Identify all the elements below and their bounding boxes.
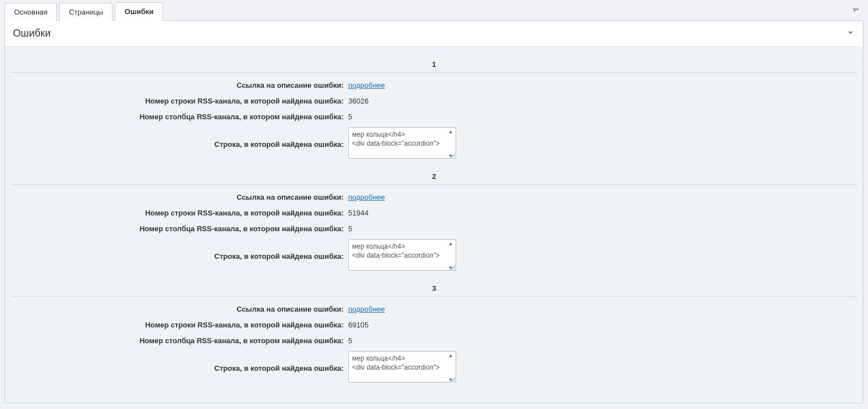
tab-main[interactable]: Основная [5, 3, 57, 21]
snippet-textarea[interactable] [348, 127, 456, 159]
value-col: 5 [348, 335, 352, 347]
value-row: 36026 [348, 96, 368, 107]
label-snippet: Строка, в которой найдена ошибка: [11, 363, 348, 374]
divider [11, 296, 857, 297]
label-link: Ссылка на описание ошибки: [11, 304, 348, 315]
divider [11, 184, 857, 185]
label-snippet: Строка, в которой найдена ошибка: [11, 139, 348, 150]
label-link: Ссылка на описание ошибки: [11, 80, 348, 91]
chevron-down-icon[interactable] [846, 28, 855, 39]
value-row: 69105 [348, 320, 368, 331]
error-index: 2 [11, 169, 857, 184]
label-snippet: Строка, в которой найдена ошибка: [11, 251, 348, 262]
errors-panel: Ошибки 1 Ссылка на описание ошибки: подр… [5, 20, 863, 403]
divider [11, 72, 857, 73]
pin-icon[interactable] [851, 5, 860, 15]
label-row: Номер строки RSS-канала, в которой найде… [11, 320, 348, 331]
label-link: Ссылка на описание ошибки: [11, 192, 348, 203]
panel-header: Ошибки [5, 21, 863, 47]
tabs-bar: Основная Страницы Ошибки [0, 0, 868, 20]
error-block: 2 Ссылка на описание ошибки: подробнее Н… [11, 169, 857, 276]
details-link[interactable]: подробнее [348, 81, 385, 89]
error-block: 1 Ссылка на описание ошибки: подробнее Н… [11, 57, 857, 164]
tab-errors[interactable]: Ошибки [115, 2, 163, 21]
label-col: Номер столбца RSS-канала, в котором найд… [11, 335, 348, 347]
error-index: 3 [11, 281, 857, 296]
tab-pages[interactable]: Страницы [59, 3, 113, 21]
value-row: 51944 [348, 208, 368, 219]
value-col: 5 [348, 111, 352, 123]
snippet-textarea[interactable] [348, 351, 456, 383]
label-col: Номер столбца RSS-канала, в котором найд… [11, 111, 348, 123]
panel-body: 1 Ссылка на описание ошибки: подробнее Н… [5, 47, 863, 403]
label-row: Номер строки RSS-канала, в которой найде… [11, 96, 348, 107]
snippet-textarea[interactable] [348, 239, 456, 271]
details-link[interactable]: подробнее [348, 305, 385, 313]
label-row: Номер строки RSS-канала, в которой найде… [11, 208, 348, 219]
panel-title: Ошибки [13, 28, 51, 39]
details-link[interactable]: подробнее [348, 193, 385, 201]
value-col: 5 [348, 223, 352, 235]
error-block: 3 Ссылка на описание ошибки: подробнее Н… [11, 281, 857, 388]
error-index: 1 [11, 57, 857, 72]
label-col: Номер столбца RSS-канала, в котором найд… [11, 223, 348, 235]
